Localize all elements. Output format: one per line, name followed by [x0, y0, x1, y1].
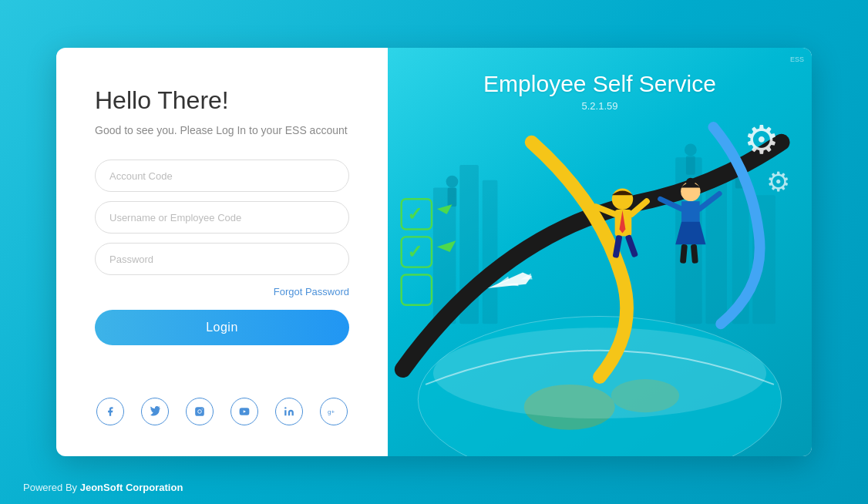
right-panel: ESS Employee Self Service 5.2.1.59	[388, 48, 812, 456]
svg-point-14	[446, 176, 459, 188]
svg-text:⚙: ⚙	[744, 118, 779, 162]
bottom-bar: Powered By JeonSoft Corporation	[0, 470, 868, 504]
svg-rect-9	[483, 180, 498, 324]
footer-brand: JeonSoft Corporation	[80, 482, 183, 493]
social-icons-bar: g+	[96, 398, 348, 425]
twitter-icon[interactable]	[141, 398, 169, 425]
svg-point-37	[686, 178, 695, 187]
facebook-icon[interactable]	[96, 398, 124, 425]
username-input[interactable]	[95, 201, 349, 234]
svg-text:g+: g+	[328, 408, 335, 415]
subtitle: Good to see you. Please Log In to your E…	[95, 124, 348, 136]
svg-text:✓: ✓	[407, 204, 422, 224]
svg-rect-17	[686, 156, 695, 175]
instagram-icon[interactable]	[186, 398, 214, 425]
svg-point-5	[284, 407, 286, 408]
top-stripe: ESS	[790, 55, 804, 63]
hello-title: Hello There!	[95, 86, 229, 115]
svg-rect-15	[448, 188, 457, 207]
password-input[interactable]	[95, 243, 349, 275]
illustration-svg: ✓ ✓ ⚙ ⚙	[388, 48, 812, 456]
svg-rect-29	[402, 274, 432, 304]
svg-rect-4	[284, 410, 286, 415]
left-panel: Hello There! Good to see you. Please Log…	[56, 48, 388, 456]
linkedin-icon[interactable]	[275, 398, 303, 425]
forgot-password-link[interactable]: Forgot Password	[274, 286, 349, 297]
svg-text:✓: ✓	[407, 242, 422, 262]
account-code-input[interactable]	[95, 160, 349, 192]
svg-point-16	[685, 144, 697, 156]
googleplus-icon[interactable]: g+	[320, 398, 348, 425]
footer-powered-by: Powered By JeonSoft Corporation	[23, 482, 183, 493]
svg-point-2	[202, 408, 203, 409]
login-card: Hello There! Good to see you. Please Log…	[56, 48, 812, 456]
svg-rect-0	[195, 407, 204, 416]
svg-text:⚙: ⚙	[766, 166, 790, 197]
login-button[interactable]: Login	[95, 310, 349, 345]
svg-rect-35	[625, 234, 638, 257]
youtube-icon[interactable]	[230, 398, 258, 425]
